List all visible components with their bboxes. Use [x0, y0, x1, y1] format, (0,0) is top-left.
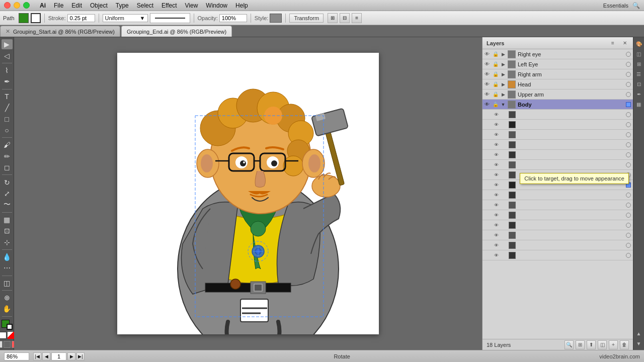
layer-visibility-right-eye[interactable]: 👁: [482, 51, 492, 57]
layers-panel-close-icon[interactable]: ✕: [621, 39, 629, 47]
fill-swatch[interactable]: [19, 13, 29, 23]
first-page-button[interactable]: |◀: [33, 352, 41, 360]
pathfinder-icon[interactable]: ⊟: [340, 13, 350, 23]
layer-expand-left-eye[interactable]: ▶: [500, 62, 507, 67]
layer-target-path-8[interactable]: [624, 193, 633, 198]
scale-tool[interactable]: ⤢: [2, 189, 13, 199]
layer-target-path-14[interactable]: [624, 253, 633, 258]
align-icon[interactable]: ⊞: [328, 13, 338, 23]
layer-target-path-0[interactable]: [624, 112, 633, 117]
menu-type[interactable]: Type: [116, 2, 129, 9]
maximize-button[interactable]: [23, 2, 30, 9]
layer-lock-upper-arm[interactable]: 🔒: [492, 92, 500, 97]
zoom-input[interactable]: [4, 352, 29, 360]
type-tool[interactable]: T: [2, 92, 13, 102]
prev-page-button[interactable]: ◀: [42, 352, 50, 360]
menu-effect[interactable]: Effect: [162, 2, 177, 9]
next-page-button[interactable]: ▶: [67, 352, 75, 360]
layer-vis-path-5[interactable]: 👁: [492, 162, 501, 167]
brush-preview[interactable]: [150, 13, 190, 23]
rt-align-icon[interactable]: ☰: [634, 69, 643, 78]
artboard-tool[interactable]: ⊡: [2, 226, 13, 236]
menu-edit[interactable]: Edit: [71, 2, 82, 9]
layer-target-right-arm[interactable]: [624, 72, 633, 77]
menu-file[interactable]: File: [54, 2, 63, 9]
minimize-button[interactable]: [14, 2, 20, 9]
delete-layer-button[interactable]: 🗑: [620, 340, 629, 349]
layer-target-path-11[interactable]: [624, 223, 633, 228]
layer-target-path-1[interactable]: [624, 122, 633, 127]
gradient-tool[interactable]: ◫: [2, 278, 13, 288]
layer-target-path-4[interactable]: [624, 152, 633, 157]
options-icon[interactable]: ≡: [352, 13, 362, 23]
rt-stroke-icon[interactable]: ✒: [634, 89, 643, 99]
layer-vis-path-4[interactable]: 👁: [492, 152, 501, 157]
layer-visibility-left-eye[interactable]: 👁: [482, 61, 492, 67]
layer-visibility-head[interactable]: 👁: [482, 81, 492, 87]
layer-target-path-2[interactable]: [624, 132, 633, 137]
screen-mode-normal[interactable]: [0, 341, 3, 348]
layer-vis-path-10[interactable]: 👁: [492, 213, 501, 218]
style-swatch[interactable]: [270, 14, 282, 23]
layer-vis-path-13[interactable]: 👁: [492, 243, 501, 248]
menu-select[interactable]: Select: [137, 2, 153, 9]
layers-panel-menu-icon[interactable]: ≡: [609, 39, 617, 47]
layer-target-left-eye[interactable]: [624, 62, 633, 67]
search-icon[interactable]: 🔍: [632, 2, 640, 9]
layer-target-path-5[interactable]: [624, 162, 633, 167]
opacity-input[interactable]: [219, 14, 247, 22]
essentials-dropdown[interactable]: Essentials: [603, 3, 628, 9]
pen-tool[interactable]: ✒: [2, 76, 13, 86]
layer-target-path-13[interactable]: [624, 243, 633, 248]
rt-appearance-icon[interactable]: ⊞: [634, 59, 643, 68]
layer-target-path-6[interactable]: [624, 172, 633, 177]
layer-lock-body[interactable]: 🔒: [492, 102, 500, 107]
layer-target-path-9[interactable]: [624, 203, 633, 208]
layer-expand-right-arm[interactable]: ▶: [500, 72, 507, 77]
layer-vis-path-6[interactable]: 👁: [492, 172, 501, 177]
page-input[interactable]: [51, 352, 66, 360]
tab-0[interactable]: ✕ Grouping_Start.ai @ 86% (RGB/Preview): [0, 26, 120, 37]
lasso-tool[interactable]: ⌇: [2, 65, 13, 75]
layer-visibility-body[interactable]: 👁: [482, 102, 492, 107]
layer-target-upper-arm[interactable]: [624, 92, 633, 97]
layer-expand-upper-arm[interactable]: ▶: [500, 92, 507, 97]
layer-vis-path-0[interactable]: 👁: [492, 112, 501, 117]
line-tool[interactable]: ╱: [2, 103, 13, 113]
menu-window[interactable]: Window: [206, 2, 227, 9]
zoom-tool[interactable]: ⊕: [2, 293, 13, 303]
layer-name-head[interactable]: Head: [517, 81, 624, 87]
eraser-tool[interactable]: ◻: [2, 162, 13, 172]
layer-target-path-10[interactable]: [624, 213, 633, 218]
last-page-button[interactable]: ▶|: [76, 352, 85, 360]
hand-tool[interactable]: ✋: [2, 304, 13, 314]
menu-view[interactable]: View: [185, 2, 198, 9]
layer-vis-path-2[interactable]: 👁: [492, 132, 501, 137]
layer-expand-right-eye[interactable]: ▶: [500, 52, 507, 57]
menu-object[interactable]: Object: [90, 2, 108, 9]
layer-expand-body[interactable]: ▼: [500, 102, 507, 107]
move-to-layer-icon[interactable]: ⬆: [587, 340, 596, 349]
rt-scroll-down[interactable]: ▼: [634, 339, 643, 348]
reset-colors-icon[interactable]: [8, 332, 15, 339]
layer-visibility-upper-arm[interactable]: 👁: [482, 92, 492, 97]
paintbrush-tool[interactable]: 🖌: [2, 140, 13, 150]
transform-button[interactable]: Transform: [289, 14, 324, 23]
stroke-value-input[interactable]: [67, 14, 95, 22]
rt-scroll-up[interactable]: ▲: [634, 329, 643, 338]
blend-tool[interactable]: ⋯: [2, 263, 13, 273]
rotate-tool[interactable]: ↻: [2, 177, 13, 187]
layer-vis-path-14[interactable]: 👁: [492, 253, 501, 258]
new-layer-icon[interactable]: ⊞: [576, 340, 585, 349]
layer-expand-head[interactable]: ▶: [500, 82, 507, 87]
layer-name-body[interactable]: Body: [517, 102, 624, 108]
layer-vis-path-9[interactable]: 👁: [492, 203, 501, 208]
selection-tool[interactable]: ▶: [2, 39, 13, 49]
graph-tool[interactable]: ▦: [2, 215, 13, 225]
layer-target-path-7[interactable]: [624, 183, 633, 188]
rect-tool[interactable]: □: [2, 114, 13, 124]
layer-visibility-right-arm[interactable]: 👁: [482, 71, 492, 77]
fg-color-swatch[interactable]: [2, 320, 13, 330]
rt-gradient-icon[interactable]: ◫: [634, 49, 643, 58]
eyedropper-tool[interactable]: 💧: [2, 252, 13, 262]
